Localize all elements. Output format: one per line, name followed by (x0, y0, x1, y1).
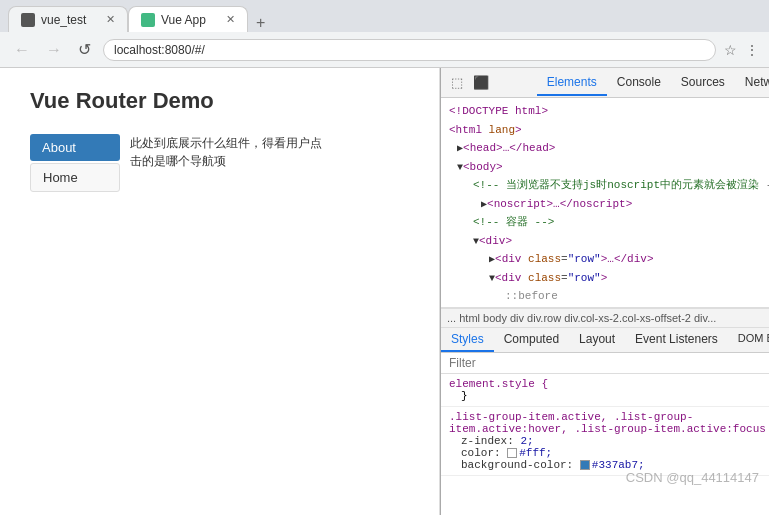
tab-label-2: Vue App (161, 13, 206, 27)
bookmark-button[interactable]: ☆ (724, 42, 737, 58)
tree-div[interactable]: ▼<div> (441, 232, 769, 251)
tab-favicon-2 (141, 13, 155, 27)
tab-sources[interactable]: Sources (671, 70, 735, 96)
tab-computed[interactable]: Computed (494, 328, 569, 352)
url-bar[interactable]: localhost:8080/#/ (103, 39, 716, 61)
devtools-tab-bar: ⬚ ⬛ Elements Console Sources Network » (441, 68, 769, 98)
tree-comment-container: <!-- 容器 --> (441, 213, 769, 232)
tab-vue-app[interactable]: Vue App ✕ (128, 6, 248, 32)
browser-chrome: vue_test ✕ Vue App ✕ + ← → ↺ localhost:8… (0, 0, 769, 68)
style-rule-element: element.style { } (441, 374, 769, 407)
new-tab-button[interactable]: + (248, 14, 273, 32)
tab-elements[interactable]: Elements (537, 70, 607, 96)
refresh-button[interactable]: ↺ (74, 38, 95, 61)
tree-noscript[interactable]: ▶<noscript>…</noscript> (441, 195, 769, 214)
tree-head[interactable]: ▶<head>…</head> (441, 139, 769, 158)
page-content: Vue Router Demo About Home 此处到底展示什么组件，得看… (0, 68, 440, 515)
devtools-panel: ⬚ ⬛ Elements Console Sources Network » <… (440, 68, 769, 515)
tree-div-row2[interactable]: ▼<div class="row"> (441, 269, 769, 288)
nav-list: About Home (30, 134, 120, 192)
tree-comment-noscript: <!-- 当浏览器不支持js时noscript中的元素就会被渲染 --> (441, 176, 769, 195)
tree-doctype: <!DOCTYPE html> (441, 102, 769, 121)
tree-html[interactable]: <html lang> (441, 121, 769, 140)
settings-button[interactable]: ⋮ (745, 42, 759, 58)
tab-event-listeners[interactable]: Event Listeners (625, 328, 728, 352)
address-bar: ← → ↺ localhost:8080/#/ ☆ ⋮ (0, 32, 769, 68)
nav-item-about[interactable]: About (30, 134, 120, 161)
tab-console[interactable]: Console (607, 70, 671, 96)
tree-before: ::before (441, 287, 769, 306)
tab-styles[interactable]: Styles (441, 328, 494, 352)
style-selector-element: element.style { (449, 378, 548, 390)
page-title: Vue Router Demo (30, 88, 409, 114)
forward-button[interactable]: → (42, 39, 66, 61)
tab-dom-breakpoints[interactable]: DOM Breakpoi (728, 328, 769, 352)
breadcrumb: ... html body div div.row div.col-xs-2.c… (441, 308, 769, 328)
breadcrumb-text[interactable]: ... html body div div.row div.col-xs-2.c… (447, 312, 716, 324)
back-button[interactable]: ← (10, 39, 34, 61)
tab-close-2[interactable]: ✕ (226, 13, 235, 26)
inspect-icon[interactable]: ⬚ (449, 73, 465, 92)
page-description: 此处到底展示什么组件，得看用户点击的是哪个导航项 (130, 134, 330, 192)
devtools-toolbar-icons: ⬚ ⬛ (441, 73, 499, 92)
html-tree: <!DOCTYPE html> <html lang> ▶<head>…</he… (441, 98, 769, 308)
main-area: Vue Router Demo About Home 此处到底展示什么组件，得看… (0, 68, 769, 515)
tab-bar: vue_test ✕ Vue App ✕ + (0, 0, 769, 32)
style-close-brace: } (461, 390, 468, 402)
nav-and-desc: About Home 此处到底展示什么组件，得看用户点击的是哪个导航项 (30, 134, 409, 192)
tab-favicon-1 (21, 13, 35, 27)
style-rule-list-group: bootst.list-group-item.active, .list-gro… (441, 407, 769, 476)
tab-network[interactable]: Network (735, 70, 769, 96)
filter-bar: :hov (441, 353, 769, 374)
tab-vue-test[interactable]: vue_test ✕ (8, 6, 128, 32)
nav-item-home[interactable]: Home (30, 163, 120, 192)
tree-body[interactable]: ▼<body> (441, 158, 769, 177)
tab-label-1: vue_test (41, 13, 86, 27)
tab-layout[interactable]: Layout (569, 328, 625, 352)
device-icon[interactable]: ⬛ (471, 73, 491, 92)
styles-panel: Styles Computed Layout Event Listeners D… (441, 328, 769, 515)
filter-input[interactable] (449, 356, 769, 370)
styles-tab-bar: Styles Computed Layout Event Listeners D… (441, 328, 769, 353)
tree-div-row1[interactable]: ▶<div class="row">…</div> (441, 250, 769, 269)
tab-close-1[interactable]: ✕ (106, 13, 115, 26)
